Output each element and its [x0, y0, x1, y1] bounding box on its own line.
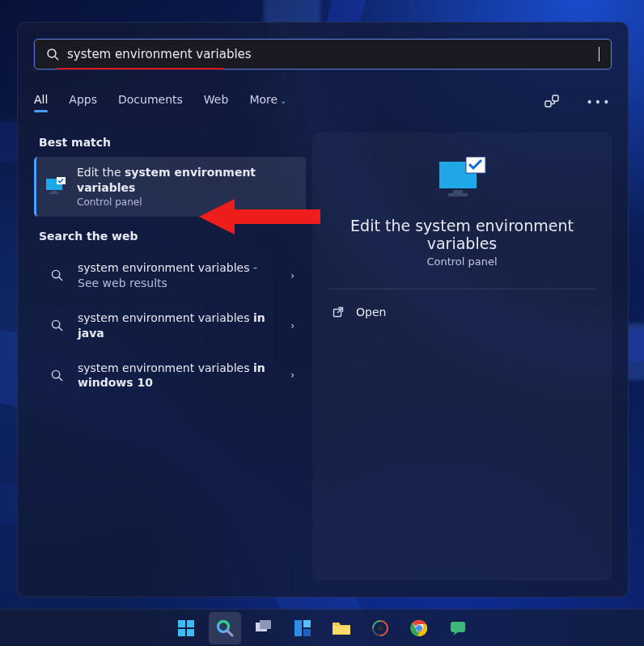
chevron-right-icon[interactable]: ›: [290, 320, 294, 331]
svg-rect-15: [453, 190, 463, 193]
svg-point-34: [378, 626, 383, 631]
best-match-heading: Best match: [39, 136, 306, 149]
search-flyout: All Apps Documents Web More⌄ ••• Best ma…: [17, 22, 629, 597]
taskbar-file-explorer-button[interactable]: [325, 612, 358, 644]
control-panel-monitor-icon: [437, 157, 487, 202]
preview-subtitle: Control panel: [426, 255, 497, 268]
search-icon: [45, 319, 68, 331]
svg-line-9: [58, 277, 61, 281]
svg-point-8: [52, 271, 59, 278]
divider: [328, 289, 595, 289]
preview-pane: Edit the system environment variables Co…: [312, 133, 612, 581]
svg-rect-21: [187, 620, 194, 627]
svg-rect-16: [448, 193, 468, 196]
search-input[interactable]: [67, 47, 591, 61]
tab-all[interactable]: All: [34, 93, 48, 111]
svg-rect-5: [52, 191, 57, 192]
taskbar-chrome-button[interactable]: [403, 612, 435, 644]
web-result-text: system environment variables - See web r…: [78, 260, 281, 291]
svg-rect-6: [49, 192, 59, 194]
search-icon: [45, 269, 68, 281]
chevron-right-icon[interactable]: ›: [290, 270, 294, 281]
svg-rect-31: [303, 629, 311, 636]
tab-apps[interactable]: Apps: [69, 93, 97, 111]
more-options-button[interactable]: •••: [586, 89, 612, 115]
svg-rect-29: [294, 620, 302, 636]
taskbar-start-button[interactable]: [170, 612, 202, 644]
svg-line-26: [227, 631, 232, 635]
taskbar-widgets-button[interactable]: [286, 612, 319, 644]
open-external-icon: [332, 306, 345, 319]
web-result-text: system environment variables in java: [78, 310, 281, 341]
best-match-title: Edit the system environment variables: [77, 165, 296, 196]
tab-documents[interactable]: Documents: [118, 93, 183, 111]
chevron-right-icon[interactable]: ›: [290, 369, 294, 381]
text-caret: [599, 47, 600, 61]
svg-rect-3: [553, 95, 558, 101]
svg-rect-22: [178, 629, 185, 636]
svg-line-13: [58, 378, 61, 381]
svg-rect-23: [187, 629, 194, 636]
web-result[interactable]: system environment variables in windows …: [34, 351, 306, 401]
tab-more[interactable]: More⌄: [249, 93, 286, 111]
best-match-subtitle: Control panel: [77, 196, 296, 209]
search-box[interactable]: [34, 39, 612, 70]
svg-line-1: [55, 57, 58, 60]
svg-rect-28: [260, 620, 271, 629]
chevron-down-icon: ⌄: [280, 96, 286, 105]
taskbar-app-button[interactable]: [364, 612, 396, 644]
search-flow-icon[interactable]: [539, 89, 565, 115]
taskbar-task-view-button[interactable]: [248, 612, 280, 644]
tab-more-label: More: [249, 93, 278, 106]
svg-point-38: [417, 626, 422, 631]
taskbar-search-button[interactable]: [209, 612, 241, 644]
open-action-label: Open: [356, 306, 386, 319]
control-panel-monitor-icon: [44, 177, 67, 196]
tab-web[interactable]: Web: [204, 93, 229, 111]
title-prefix: Edit the: [77, 166, 125, 179]
search-scope-tabs: All Apps Documents Web More⌄ •••: [34, 89, 612, 115]
web-result[interactable]: system environment variables in java ›: [34, 301, 306, 351]
ellipsis-icon: •••: [587, 95, 612, 108]
svg-line-11: [58, 327, 61, 331]
svg-rect-30: [303, 620, 311, 627]
taskbar: [0, 609, 644, 646]
svg-rect-39: [451, 622, 465, 632]
taskbar-chat-button[interactable]: [442, 612, 474, 644]
annotation-underline: [57, 68, 223, 70]
svg-point-12: [52, 370, 59, 378]
svg-point-0: [48, 49, 56, 57]
search-web-heading: Search the web: [39, 230, 306, 243]
open-action[interactable]: Open: [328, 299, 595, 325]
best-match-result[interactable]: Edit the system environment variables Co…: [34, 157, 306, 217]
svg-rect-2: [545, 101, 551, 107]
svg-point-10: [52, 321, 59, 328]
web-result[interactable]: system environment variables - See web r…: [34, 251, 306, 301]
web-result-text: system environment variables in windows …: [78, 361, 281, 391]
search-icon: [45, 369, 68, 382]
results-column: Best match Edit the system environment v…: [34, 133, 306, 581]
svg-rect-32: [333, 626, 350, 634]
preview-title: Edit the system environment variables: [328, 217, 595, 252]
svg-rect-20: [178, 620, 185, 627]
search-icon: [46, 48, 59, 61]
